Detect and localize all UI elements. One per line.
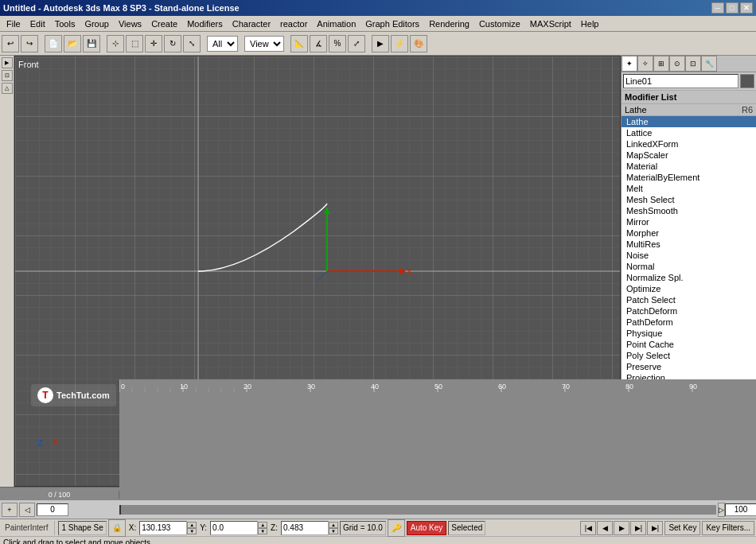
maximize-button[interactable]: □ bbox=[726, 2, 738, 14]
y-input[interactable] bbox=[210, 521, 258, 535]
timeline-nav-right[interactable]: ▷ bbox=[718, 503, 725, 517]
modifier-list-item-6[interactable]: Melt bbox=[622, 183, 756, 194]
menu-item-tools[interactable]: Tools bbox=[50, 17, 80, 30]
lock-button[interactable]: 🔒 bbox=[108, 519, 126, 537]
modifier-list-item-21[interactable]: Poly Select bbox=[622, 350, 756, 361]
modifier-list-item-8[interactable]: MeshSmooth bbox=[622, 205, 756, 216]
key-icon-button[interactable]: 🔑 bbox=[388, 519, 405, 537]
modifier-list-item-3[interactable]: MapScaler bbox=[622, 150, 756, 161]
menu-item-edit[interactable]: Edit bbox=[25, 17, 50, 30]
menu-item-file[interactable]: File bbox=[2, 17, 25, 30]
prev-frame-button[interactable]: ◀ bbox=[597, 521, 613, 535]
y-down[interactable]: ▼ bbox=[258, 528, 267, 534]
angle-snap-button[interactable]: ∡ bbox=[310, 35, 327, 52]
select-region-button[interactable]: ⬚ bbox=[126, 35, 143, 52]
sidebar-btn-2[interactable]: ⊡ bbox=[2, 70, 13, 81]
menu-item-animation[interactable]: Animation bbox=[312, 17, 360, 30]
panel-tab-create[interactable]: ✦ bbox=[622, 56, 637, 72]
timeline-nav-left[interactable]: ◁ bbox=[19, 503, 35, 517]
scale-button[interactable]: ⤡ bbox=[183, 35, 201, 52]
menu-item-maxscript[interactable]: MAXScript bbox=[525, 17, 576, 30]
modifier-list-item-22[interactable]: Preserve bbox=[622, 361, 756, 372]
new-button[interactable]: 📄 bbox=[45, 35, 62, 52]
ruler-inner[interactable]: 0 10 20 30 40 50 60 70 80 90 bbox=[119, 379, 756, 499]
menu-item-views[interactable]: Views bbox=[114, 17, 146, 30]
modifier-list-item-20[interactable]: Point Cache bbox=[622, 339, 756, 350]
modifier-list-item-12[interactable]: Noise bbox=[622, 250, 756, 261]
statusbar: PainterInterf 1 Shape Se 🔒 X: ▲ ▼ Y: ▲ ▼… bbox=[0, 519, 756, 536]
modifier-list-item-18[interactable]: PathDeform bbox=[622, 317, 756, 328]
y-up[interactable]: ▲ bbox=[258, 522, 267, 528]
render-button[interactable]: ▶ bbox=[372, 35, 389, 52]
material-editor-button[interactable]: 🎨 bbox=[410, 35, 427, 52]
timeline-frame-input[interactable] bbox=[37, 503, 68, 516]
panel-tab-utilities[interactable]: 🔧 bbox=[701, 56, 717, 72]
move-button[interactable]: ✛ bbox=[145, 35, 162, 52]
name-color-button[interactable] bbox=[740, 74, 754, 88]
go-start-button[interactable]: |◀ bbox=[580, 521, 596, 535]
sidebar-btn-3[interactable]: △ bbox=[2, 83, 13, 94]
z-up[interactable]: ▲ bbox=[329, 522, 338, 528]
timeline-track[interactable] bbox=[119, 505, 716, 515]
open-button[interactable]: 📂 bbox=[64, 35, 81, 52]
name-input[interactable] bbox=[623, 74, 738, 88]
menu-item-modifiers[interactable]: Modifiers bbox=[182, 17, 228, 30]
modifier-list-item-17[interactable]: PatchDeform bbox=[622, 305, 756, 317]
close-button[interactable]: ✕ bbox=[740, 2, 753, 14]
timeline-add-key-button[interactable]: + bbox=[2, 503, 18, 517]
rotate-button[interactable]: ↻ bbox=[164, 35, 181, 52]
modifier-list-item-9[interactable]: Mirror bbox=[622, 216, 756, 227]
menu-item-rendering[interactable]: Rendering bbox=[424, 17, 474, 30]
menu-item-reactor[interactable]: reactor bbox=[275, 17, 312, 30]
modifier-list-item-2[interactable]: LinkedXForm bbox=[622, 138, 756, 150]
panel-tab-motion[interactable]: ⊙ bbox=[669, 56, 685, 72]
menu-item-customize[interactable]: Customize bbox=[474, 17, 525, 30]
modifier-list-item-0[interactable]: Lathe bbox=[622, 116, 756, 127]
z-input[interactable] bbox=[281, 521, 329, 535]
modifier-list-item-14[interactable]: Normalize Spl. bbox=[622, 272, 756, 283]
modifier-list-item-19[interactable]: Physique bbox=[622, 328, 756, 339]
modifier-list-item-1[interactable]: Lattice bbox=[622, 127, 756, 138]
panel-tab-display[interactable]: ⊡ bbox=[685, 56, 701, 72]
set-key-button[interactable]: Set Key bbox=[664, 521, 700, 535]
panel-tab-modify[interactable]: ✧ bbox=[637, 56, 653, 72]
undo-button[interactable]: ↩ bbox=[2, 35, 19, 52]
modifier-list-item-11[interactable]: MultiRes bbox=[622, 239, 756, 250]
redo-button[interactable]: ↪ bbox=[21, 35, 38, 52]
filter-select[interactable]: All bbox=[207, 36, 238, 52]
modifier-list-item-4[interactable]: Material bbox=[622, 161, 756, 172]
modifier-list-item-5[interactable]: MaterialByElement bbox=[622, 172, 756, 183]
save-button[interactable]: 💾 bbox=[83, 35, 100, 52]
autokey-button[interactable]: Auto Key bbox=[407, 521, 447, 535]
view-select[interactable]: View bbox=[244, 36, 284, 52]
modifier-list-item-10[interactable]: Morpher bbox=[622, 227, 756, 239]
x-up[interactable]: ▲ bbox=[187, 522, 197, 528]
x-input[interactable] bbox=[139, 521, 187, 535]
snap-button[interactable]: 📐 bbox=[290, 35, 308, 52]
minimize-button[interactable]: ─ bbox=[711, 2, 724, 14]
x-spinbox: ▲ ▼ bbox=[139, 521, 197, 535]
sidebar-btn-1[interactable]: ▶ bbox=[2, 57, 13, 68]
next-frame-button[interactable]: ▶| bbox=[630, 521, 646, 535]
play-button[interactable]: ▶ bbox=[614, 521, 629, 535]
menu-item-create[interactable]: Create bbox=[146, 17, 182, 30]
panel-tab-hierarchy[interactable]: ⊞ bbox=[653, 56, 669, 72]
menu-item-help[interactable]: Help bbox=[576, 17, 604, 30]
menu-item-group[interactable]: Group bbox=[80, 17, 114, 30]
modifier-list-item-7[interactable]: Mesh Select bbox=[622, 194, 756, 205]
modifier-list-item-13[interactable]: Normal bbox=[622, 261, 756, 272]
select-button[interactable]: ⊹ bbox=[107, 35, 124, 52]
menu-item-character[interactable]: Character bbox=[228, 17, 275, 30]
modifier-list-item-15[interactable]: Optimize bbox=[622, 283, 756, 294]
key-filters-button[interactable]: Key Filters... bbox=[702, 521, 754, 535]
timeline-end-input[interactable] bbox=[725, 503, 756, 516]
quick-render-button[interactable]: ⚡ bbox=[391, 35, 408, 52]
percent-snap-button[interactable]: % bbox=[329, 35, 346, 52]
modifier-list-item-16[interactable]: Patch Select bbox=[622, 294, 756, 305]
x-down[interactable]: ▼ bbox=[187, 528, 197, 534]
menu-item-graph-editors[interactable]: Graph Editors bbox=[360, 17, 424, 30]
y-spinbox: ▲ ▼ bbox=[210, 521, 267, 535]
spinner-snap-button[interactable]: ⤢ bbox=[348, 35, 365, 52]
z-down[interactable]: ▼ bbox=[329, 528, 338, 534]
go-end-button[interactable]: ▶| bbox=[647, 521, 663, 535]
